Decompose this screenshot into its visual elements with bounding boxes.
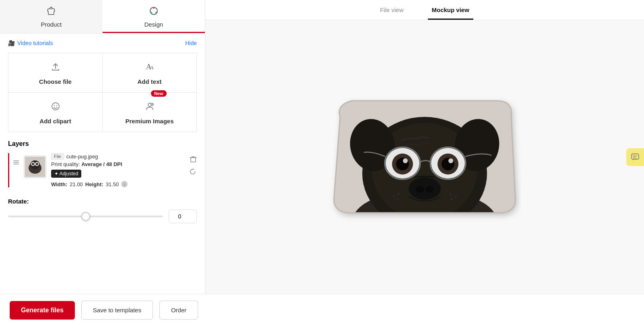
rotate-section: Rotate:	[0, 191, 205, 231]
filename-row: File cute-pug.jpeg	[51, 153, 185, 160]
save-templates-button[interactable]: Save to templates	[81, 301, 153, 320]
file-badge: File	[51, 153, 64, 160]
bottom-bar: Generate files Save to templates Order	[0, 294, 644, 326]
quality-value: Average / 48 DPI	[81, 161, 122, 167]
add-clipart-label: Add clipart	[39, 118, 71, 125]
rotate-slider[interactable]	[8, 216, 163, 217]
print-quality: Print quality: Average / 48 DPI	[51, 161, 185, 167]
hide-link[interactable]: Hide	[185, 40, 197, 46]
svg-point-42	[450, 193, 452, 195]
tab-product-label: Product	[41, 21, 62, 28]
file-view-tab[interactable]: File view	[376, 0, 407, 20]
right-panel: File view Mockup view	[205, 0, 644, 294]
left-panel: Product Design 🎥 Video tutorials	[0, 0, 205, 294]
svg-point-36	[409, 177, 441, 200]
product-icon	[46, 6, 56, 19]
add-text-button[interactable]: A A Add text	[103, 53, 196, 92]
layer-item: File cute-pug.jpeg Print quality: Averag…	[8, 153, 197, 187]
mockup-view-tab[interactable]: Mockup view	[428, 0, 473, 20]
tab-product[interactable]: Product	[0, 0, 103, 33]
layer-thumbnail	[24, 156, 46, 178]
text-icon: A A	[145, 62, 155, 74]
svg-point-35	[448, 158, 453, 163]
pillow-mockup	[328, 93, 521, 222]
design-icon	[149, 6, 159, 19]
reset-layer-button[interactable]	[190, 168, 197, 177]
svg-point-2	[155, 12, 157, 13]
svg-point-16	[32, 163, 34, 165]
svg-point-39	[397, 193, 400, 195]
premium-icon	[145, 102, 155, 114]
svg-point-7	[54, 105, 54, 106]
svg-point-10	[151, 103, 153, 106]
video-tutorials-bar: 🎥 Video tutorials Hide	[0, 33, 205, 53]
tab-design[interactable]: Design	[103, 0, 205, 33]
svg-point-38	[425, 186, 433, 193]
svg-point-17	[36, 163, 38, 165]
svg-point-8	[56, 105, 57, 106]
add-clipart-button[interactable]: Add clipart	[8, 93, 102, 132]
clipart-icon	[51, 102, 60, 114]
canvas-area	[205, 20, 644, 294]
svg-point-41	[396, 198, 399, 200]
tool-grid: Choose file A A Add text	[8, 53, 197, 132]
video-tutorials-link[interactable]: 🎥 Video tutorials	[8, 40, 53, 46]
svg-point-37	[416, 186, 424, 193]
svg-point-1	[153, 7, 155, 9]
premium-images-label: Premium Images	[125, 118, 173, 125]
tab-bar: Product Design	[0, 0, 205, 33]
delete-layer-button[interactable]	[190, 156, 197, 165]
layers-title: Layers	[8, 140, 197, 147]
layer-actions	[190, 153, 197, 177]
rotate-input[interactable]	[169, 210, 197, 223]
view-tabs: File view Mockup view	[205, 0, 644, 20]
premium-images-button[interactable]: New Premium Images	[103, 93, 196, 132]
choose-file-button[interactable]: Choose file	[8, 53, 102, 92]
rotate-label: Rotate:	[8, 198, 197, 205]
layer-dims: Width: 21.00 Height: 31.50 i	[51, 181, 185, 187]
layers-section: Layers	[0, 132, 205, 191]
svg-text:A: A	[150, 65, 154, 71]
new-badge: New	[151, 90, 167, 97]
chat-button[interactable]	[626, 148, 644, 166]
rotate-controls	[8, 210, 197, 223]
add-text-label: Add text	[138, 78, 162, 85]
svg-rect-18	[191, 158, 196, 162]
order-button[interactable]: Order	[159, 301, 198, 320]
tab-design-label: Design	[144, 21, 163, 28]
generate-files-button[interactable]: Generate files	[10, 301, 75, 320]
svg-rect-45	[632, 154, 639, 159]
svg-point-3	[151, 12, 152, 13]
layer-filename: cute-pug.jpeg	[66, 154, 98, 160]
adjusted-badge[interactable]: ✦ Adjusted	[51, 170, 81, 178]
layer-info: File cute-pug.jpeg Print quality: Averag…	[51, 153, 185, 187]
svg-point-6	[52, 103, 59, 110]
svg-point-44	[450, 198, 453, 200]
svg-point-43	[454, 195, 457, 198]
video-camera-icon: 🎥	[8, 40, 15, 46]
svg-point-34	[403, 158, 408, 163]
drag-handle[interactable]	[13, 153, 19, 164]
choose-file-label: Choose file	[39, 78, 72, 85]
dims-info-icon[interactable]: i	[121, 181, 128, 187]
svg-point-40	[392, 195, 395, 198]
upload-icon	[51, 62, 60, 74]
premium-wrapper: New	[145, 102, 155, 114]
